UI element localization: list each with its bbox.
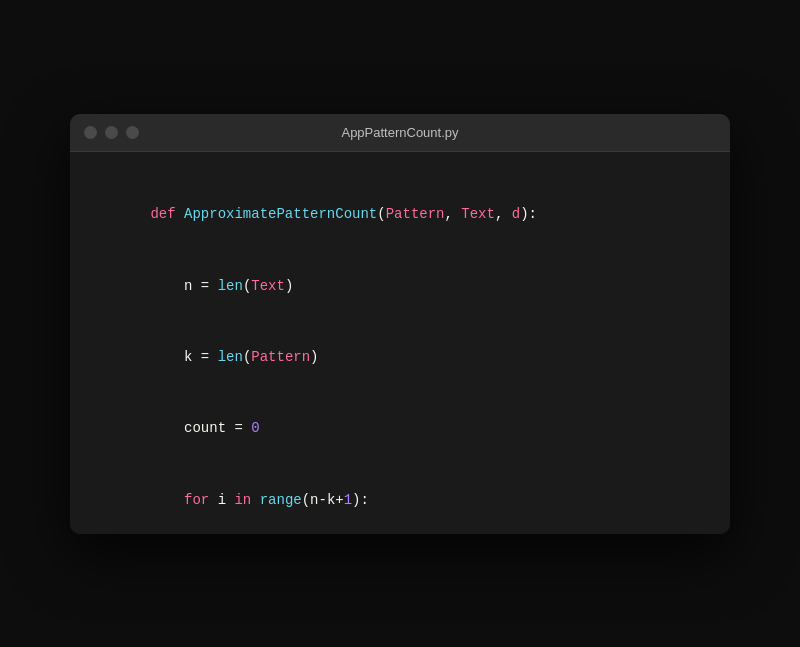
indent-l3 xyxy=(150,349,184,365)
var-count: count xyxy=(184,420,234,436)
range-expr: n-k+ xyxy=(310,492,344,508)
traffic-lights xyxy=(84,126,139,139)
eq2: = xyxy=(201,349,218,365)
code-window: AppPatternCount.py def ApproximatePatter… xyxy=(70,114,730,534)
paren-close: ): xyxy=(520,206,537,222)
code-editor[interactable]: def ApproximatePatternCount(Pattern, Tex… xyxy=(70,152,730,534)
num-one: 1 xyxy=(344,492,352,508)
paren-l5-close: ): xyxy=(352,492,369,508)
keyword-for: for xyxy=(184,492,218,508)
arg-pattern1: Pattern xyxy=(251,349,310,365)
param-text: Text xyxy=(461,206,495,222)
builtin-range: range xyxy=(260,492,302,508)
indent-l4 xyxy=(150,420,184,436)
builtin-len1: len xyxy=(218,278,243,294)
code-line-3: k = len(Pattern) xyxy=(100,322,700,393)
code-line-4: count = 0 xyxy=(100,394,700,465)
paren-open: ( xyxy=(377,206,385,222)
code-line-1: def ApproximatePatternCount(Pattern, Tex… xyxy=(100,180,700,251)
keyword-in: in xyxy=(234,492,259,508)
param-d: d xyxy=(512,206,520,222)
indent-l5 xyxy=(150,492,184,508)
keyword-def: def xyxy=(150,206,184,222)
var-n: n xyxy=(184,278,201,294)
comma2: , xyxy=(495,206,512,222)
paren-l3-close: ) xyxy=(310,349,318,365)
window-title: AppPatternCount.py xyxy=(341,125,458,140)
close-button[interactable] xyxy=(84,126,97,139)
comma1: , xyxy=(444,206,461,222)
builtin-len2: len xyxy=(218,349,243,365)
param-pattern: Pattern xyxy=(386,206,445,222)
minimize-button[interactable] xyxy=(105,126,118,139)
indent-l2 xyxy=(150,278,184,294)
paren-l5-open: ( xyxy=(302,492,310,508)
arg-text1: Text xyxy=(251,278,285,294)
eq3: = xyxy=(234,420,251,436)
code-line-2: n = len(Text) xyxy=(100,251,700,322)
code-line-5: for i in range(n-k+1): xyxy=(100,465,700,533)
var-i: i xyxy=(218,492,235,508)
title-bar: AppPatternCount.py xyxy=(70,114,730,152)
var-k: k xyxy=(184,349,201,365)
maximize-button[interactable] xyxy=(126,126,139,139)
num-zero: 0 xyxy=(251,420,259,436)
paren-l2-close: ) xyxy=(285,278,293,294)
function-name: ApproximatePatternCount xyxy=(184,206,377,222)
eq1: = xyxy=(201,278,218,294)
